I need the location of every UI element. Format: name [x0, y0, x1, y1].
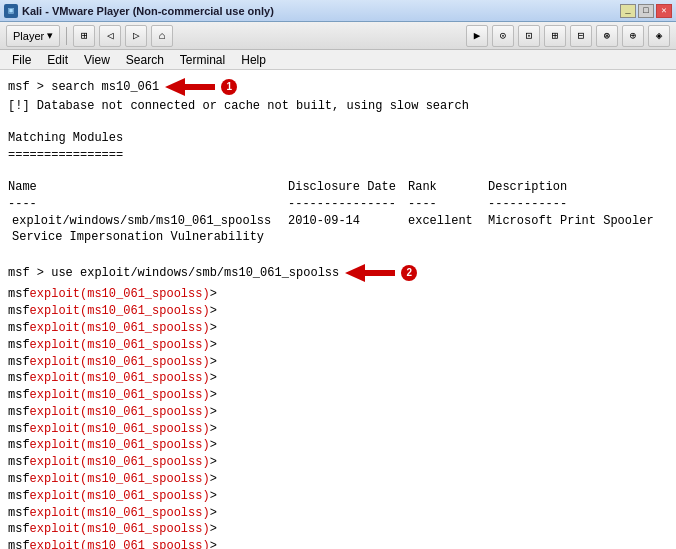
titlebar: ▣ Kali - VMware Player (Non-commercial u…	[0, 0, 676, 22]
prompt-exploit: exploit(ms10_061_spoolss)	[30, 505, 210, 522]
prompt-msf: msf	[8, 521, 30, 538]
prompt-arrow: >	[210, 387, 217, 404]
prompt-line-1: msf exploit(ms10_061_spoolss) >	[8, 303, 668, 320]
prompt-line-10: msf exploit(ms10_061_spoolss) >	[8, 454, 668, 471]
prompt-arrow: >	[210, 538, 217, 549]
toolbar-r2[interactable]: ⊡	[518, 25, 540, 47]
prompt-arrow: >	[210, 454, 217, 471]
prompt-exploit: exploit(ms10_061_spoolss)	[30, 286, 210, 303]
prompt-arrow: >	[210, 471, 217, 488]
prompt-msf: msf	[8, 303, 30, 320]
player-dropdown-icon: ▾	[47, 29, 53, 42]
col-disclosure-header: Disclosure Date	[288, 179, 408, 196]
minimize-button[interactable]: _	[620, 4, 636, 18]
menu-help[interactable]: Help	[233, 51, 274, 69]
prompt-exploit: exploit(ms10_061_spoolss)	[30, 320, 210, 337]
exploit-date: 2010-09-14	[288, 213, 408, 230]
prompt-exploit: exploit(ms10_061_spoolss)	[30, 303, 210, 320]
menu-search[interactable]: Search	[118, 51, 172, 69]
prompt-line-13: msf exploit(ms10_061_spoolss) >	[8, 505, 668, 522]
annotation2-badge: 2	[401, 265, 417, 281]
toolbar-fwd-icon[interactable]: ▷	[125, 25, 147, 47]
prompt-msf: msf	[8, 454, 30, 471]
toolbar-grid-icon[interactable]: ⊞	[73, 25, 95, 47]
close-button[interactable]: ✕	[656, 4, 672, 18]
prompt-arrow: >	[210, 286, 217, 303]
window-title: Kali - VMware Player (Non-commercial use…	[22, 5, 274, 17]
prompt-arrow: >	[210, 370, 217, 387]
toolbar-back-icon[interactable]: ◁	[99, 25, 121, 47]
exploit-row: exploit/windows/smb/ms10_061_spoolss 201…	[8, 213, 668, 230]
toolbar-r5[interactable]: ⊛	[596, 25, 618, 47]
prompt-arrow: >	[210, 421, 217, 438]
prompt-exploit: exploit(ms10_061_spoolss)	[30, 387, 210, 404]
prompt-line-15: msf exploit(ms10_061_spoolss) >	[8, 538, 668, 549]
prompt-msf: msf	[8, 538, 30, 549]
prompt-line-11: msf exploit(ms10_061_spoolss) >	[8, 471, 668, 488]
toolbar-r1[interactable]: ⊙	[492, 25, 514, 47]
prompt-arrow: >	[210, 404, 217, 421]
command1-text: msf > search ms10_061	[8, 79, 159, 95]
prompt-line-8: msf exploit(ms10_061_spoolss) >	[8, 421, 668, 438]
prompt-msf: msf	[8, 337, 30, 354]
col-name-header: Name	[8, 179, 288, 196]
prompt-line-9: msf exploit(ms10_061_spoolss) >	[8, 437, 668, 454]
prompt-msf: msf	[8, 421, 30, 438]
player-label: Player	[13, 30, 44, 42]
prompt-exploit: exploit(ms10_061_spoolss)	[30, 521, 210, 538]
player-menu-button[interactable]: Player ▾	[6, 25, 60, 47]
menu-file[interactable]: File	[4, 51, 39, 69]
prompt-line-0: msf exploit(ms10_061_spoolss) >	[8, 286, 668, 303]
prompt-msf: msf	[8, 437, 30, 454]
titlebar-controls[interactable]: _ □ ✕	[620, 4, 672, 18]
menu-edit[interactable]: Edit	[39, 51, 76, 69]
command2-text: msf > use exploit/windows/smb/ms10_061_s…	[8, 265, 339, 281]
blank3	[8, 246, 668, 262]
command1-line: msf > search ms10_061 1	[8, 76, 668, 98]
prompt-exploit: exploit(ms10_061_spoolss)	[30, 471, 210, 488]
section-title: Matching Modules	[8, 130, 668, 146]
prompt-arrow: >	[210, 320, 217, 337]
toolbar-r3[interactable]: ⊞	[544, 25, 566, 47]
toolbar-r4[interactable]: ⊟	[570, 25, 592, 47]
prompt-arrow: >	[210, 505, 217, 522]
prompt-arrow: >	[210, 337, 217, 354]
prompt-line-3: msf exploit(ms10_061_spoolss) >	[8, 337, 668, 354]
annotation1-badge: 1	[221, 79, 237, 95]
maximize-button[interactable]: □	[638, 4, 654, 18]
menu-view[interactable]: View	[76, 51, 118, 69]
prompt-exploit: exploit(ms10_061_spoolss)	[30, 370, 210, 387]
prompt-msf: msf	[8, 286, 30, 303]
prompt-line-12: msf exploit(ms10_061_spoolss) >	[8, 488, 668, 505]
separator-line: ================	[8, 147, 668, 163]
terminal[interactable]: msf > search ms10_061 1 [!] Database not…	[0, 70, 676, 549]
command2-line: msf > use exploit/windows/smb/ms10_061_s…	[8, 262, 668, 284]
exploit-desc2-line: Service Impersonation Vulnerability	[8, 229, 668, 246]
blank2	[8, 163, 668, 179]
toolbar-home-icon[interactable]: ⌂	[151, 25, 173, 47]
col-rank-header: Rank	[408, 179, 488, 196]
prompt-line-5: msf exploit(ms10_061_spoolss) >	[8, 370, 668, 387]
prompt-arrow: >	[210, 488, 217, 505]
exploit-rank: excellent	[408, 213, 488, 230]
arrow2-icon	[345, 262, 395, 284]
titlebar-left: ▣ Kali - VMware Player (Non-commercial u…	[4, 4, 274, 18]
toolbar-r6[interactable]: ⊕	[622, 25, 644, 47]
menu-terminal[interactable]: Terminal	[172, 51, 233, 69]
prompt-exploit: exploit(ms10_061_spoolss)	[30, 488, 210, 505]
prompt-msf: msf	[8, 488, 30, 505]
col-desc-sep: -----------	[488, 196, 567, 213]
menubar: File Edit View Search Terminal Help	[0, 50, 676, 70]
toolbar-terminal-icon[interactable]: ▶	[466, 25, 488, 47]
toolbar: Player ▾ ⊞ ◁ ▷ ⌂ ▶ ⊙ ⊡ ⊞ ⊟ ⊛ ⊕ ◈	[0, 22, 676, 50]
toolbar-r7[interactable]: ◈	[648, 25, 670, 47]
col-rank-sep: ----	[408, 196, 488, 213]
prompt-msf: msf	[8, 505, 30, 522]
prompt-line-6: msf exploit(ms10_061_spoolss) >	[8, 387, 668, 404]
prompt-exploit: exploit(ms10_061_spoolss)	[30, 437, 210, 454]
prompt-line-4: msf exploit(ms10_061_spoolss) >	[8, 354, 668, 371]
prompt-msf: msf	[8, 354, 30, 371]
col-headers: Name Disclosure Date Rank Description	[8, 179, 668, 196]
prompt-msf: msf	[8, 387, 30, 404]
svg-marker-0	[165, 78, 215, 96]
